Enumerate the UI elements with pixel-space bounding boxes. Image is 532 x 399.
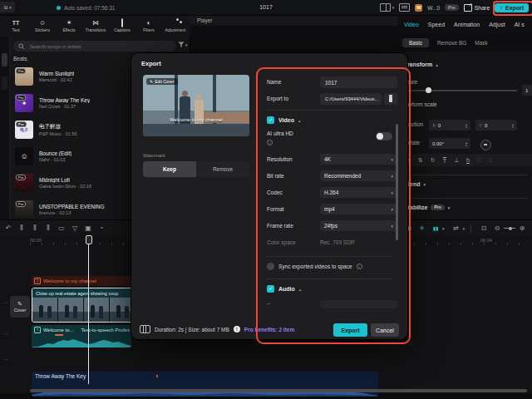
music-filter-button[interactable]: ▾ bbox=[178, 42, 188, 48]
media-toolbar: TT Text ☺ Stickers ✶ Effects ⋈ Transitio… bbox=[0, 15, 194, 37]
chevron-down-icon[interactable]: ▾ bbox=[462, 226, 465, 231]
tool-captions[interactable]: Captions bbox=[110, 19, 135, 32]
export-button[interactable]: ↑ Export bbox=[495, 3, 529, 12]
music-clip[interactable]: Throw Away The Key bbox=[32, 372, 378, 397]
scale-slider[interactable] bbox=[404, 90, 517, 91]
position-y-field[interactable]: Y0 ▴▾ bbox=[475, 120, 517, 131]
chevron-down-icon[interactable]: ▾ bbox=[442, 226, 445, 231]
keyframe-marker bbox=[55, 334, 63, 336]
magnet-icon[interactable]: ✳ bbox=[416, 224, 429, 232]
dialog-footer-info: Duration: 2s | Size: about 7 MB ! Pro be… bbox=[140, 325, 294, 333]
tool-effects[interactable]: ✶ Effects bbox=[57, 19, 81, 32]
text-clip-icon: T bbox=[34, 278, 41, 284]
bitrate-dropdown[interactable]: Recommended▾ bbox=[320, 170, 397, 181]
export-path-input[interactable]: C:/Users/93444/Videos... bbox=[320, 93, 382, 105]
ai-ultra-hd-toggle[interactable] bbox=[376, 132, 392, 140]
tab-adjust[interactable]: Adjust bbox=[489, 22, 505, 27]
align-bottom-icon[interactable]: ⊥ bbox=[454, 157, 459, 164]
snap-icon[interactable]: ▮▮ bbox=[429, 225, 442, 231]
chevron-up-icon[interactable]: ▴ bbox=[299, 287, 302, 292]
preview-quality-icon[interactable]: ⊡ bbox=[477, 224, 490, 232]
mirror-icon[interactable]: ⇄ bbox=[449, 224, 462, 232]
subtab-basic[interactable]: Basic bbox=[402, 38, 429, 47]
dialog-scrollbar[interactable] bbox=[396, 124, 398, 240]
text-to-speech-clip[interactable]: T Welcome to... Text-to-speech Profes bbox=[32, 325, 131, 347]
zoom-in-icon[interactable]: ⊕ bbox=[515, 224, 529, 232]
track-options-icon[interactable]: … bbox=[2, 298, 8, 304]
search-input[interactable] bbox=[28, 43, 156, 50]
format-dropdown[interactable]: mp4▾ bbox=[320, 204, 397, 214]
tool-text[interactable]: TT Text bbox=[3, 19, 28, 32]
video-checkbox[interactable]: ✓ bbox=[267, 116, 274, 124]
cover-button[interactable]: ✎ Cover bbox=[10, 296, 30, 318]
playhead[interactable] bbox=[88, 235, 89, 384]
align-top-icon[interactable]: T bbox=[443, 157, 446, 164]
watermark-remove-button[interactable]: Remove bbox=[196, 161, 249, 177]
position-x-field[interactable]: X0 ▴▾ bbox=[429, 120, 470, 131]
delete-icon[interactable]: ▭ bbox=[55, 224, 68, 232]
freeze-icon[interactable]: ▽ bbox=[68, 224, 81, 232]
align-baseline-icon[interactable]: h bbox=[466, 157, 470, 163]
divider bbox=[267, 110, 393, 111]
playhead-handle[interactable] bbox=[86, 235, 92, 244]
rotate-90-icon[interactable]: ↻ bbox=[431, 157, 436, 164]
tab-speed[interactable]: Speed bbox=[428, 22, 445, 27]
subtab-remove-bg[interactable]: Remove BG bbox=[437, 40, 466, 46]
track-options-icon[interactable]: … bbox=[2, 355, 8, 361]
scale-slider-knob[interactable] bbox=[426, 87, 431, 93]
rotate-dial[interactable] bbox=[480, 140, 491, 150]
tab-video[interactable]: Video bbox=[404, 22, 419, 27]
delete-left-icon[interactable]: Ⅱ bbox=[28, 224, 42, 232]
layout-icon[interactable] bbox=[380, 3, 391, 12]
share-button[interactable]: ↗ Share bbox=[464, 4, 490, 12]
tab-ai[interactable]: AI s bbox=[515, 22, 525, 27]
music-search[interactable] bbox=[13, 41, 176, 52]
delete-right-icon[interactable]: Ⅱ bbox=[42, 224, 55, 232]
speed-icon[interactable]: ◔ bbox=[95, 224, 108, 232]
rotate-field[interactable]: 0.00° ▴▾ bbox=[429, 138, 470, 149]
sync-checkbox[interactable] bbox=[267, 263, 274, 270]
panel-toggle-icon[interactable] bbox=[399, 3, 410, 12]
tool-filters[interactable]: ◐ Filters bbox=[136, 19, 161, 32]
stepper-icon[interactable]: ▴▾ bbox=[466, 141, 467, 146]
zoom-out-icon[interactable]: ⊖ bbox=[490, 224, 504, 232]
tool-transitions[interactable]: ⋈ Transitions bbox=[83, 19, 108, 32]
transform-section-header[interactable]: Transform▴ bbox=[404, 62, 438, 67]
folder-icon bbox=[389, 96, 392, 102]
music-category-active[interactable] bbox=[2, 53, 7, 66]
tool-adjustment[interactable]: Adjustment bbox=[163, 19, 188, 32]
timeline-horizontal-scrollbar[interactable] bbox=[30, 389, 527, 392]
audio-checkbox[interactable]: ✓ bbox=[267, 285, 274, 293]
undo-icon[interactable]: ↶ bbox=[2, 224, 15, 232]
stabilize-section-header[interactable]: Stabilize Pro ▾ bbox=[404, 204, 450, 210]
watermark-keep-button[interactable]: Keep bbox=[143, 161, 196, 177]
watermark-toggle: Keep Remove bbox=[143, 161, 249, 177]
resolution-dropdown[interactable]: 4K▾ bbox=[320, 154, 397, 165]
split-icon[interactable]: Ⅱ bbox=[15, 224, 28, 232]
effects-icon: ✶ bbox=[66, 19, 72, 27]
framerate-dropdown[interactable]: 24fps▾ bbox=[320, 220, 397, 231]
pro-benefits-link[interactable]: Pro benefits: 2 item bbox=[244, 327, 294, 332]
dialog-cancel-button[interactable]: Cancel bbox=[371, 323, 399, 337]
browse-folder-button[interactable] bbox=[384, 93, 397, 105]
edit-cover-button[interactable]: ✎ Edit Cover bbox=[146, 78, 178, 85]
name-input[interactable]: 1017 bbox=[320, 76, 397, 88]
workspace-avatar[interactable]: W bbox=[415, 4, 422, 12]
timeline-zoom-slider[interactable] bbox=[504, 228, 515, 229]
layout-chevron-icon[interactable]: ▾ bbox=[392, 5, 395, 10]
crop-icon[interactable]: ▣ bbox=[81, 224, 95, 232]
chevron-up-icon[interactable]: ▴ bbox=[298, 118, 301, 123]
stepper-icon[interactable]: ▴▾ bbox=[466, 123, 467, 128]
tool-stickers[interactable]: ☺ Stickers bbox=[30, 19, 55, 32]
dialog-export-button[interactable]: Export bbox=[333, 323, 367, 337]
scale-value[interactable]: 1 bbox=[522, 85, 532, 96]
stepper-icon[interactable]: ▴▾ bbox=[512, 123, 514, 128]
tab-animation[interactable]: Animation bbox=[454, 22, 480, 27]
codec-dropdown[interactable]: H.264▾ bbox=[320, 187, 397, 198]
flip-vertical-icon[interactable]: ⇅ bbox=[418, 157, 423, 164]
track-options-icon[interactable]: … bbox=[2, 329, 8, 335]
music-category[interactable] bbox=[2, 76, 7, 90]
inspector-tabs: Video Speed Animation Adjust AI s bbox=[397, 15, 532, 33]
clipped-audio-dropdown[interactable] bbox=[320, 300, 397, 308]
subtab-mask[interactable]: Mask bbox=[475, 40, 488, 46]
